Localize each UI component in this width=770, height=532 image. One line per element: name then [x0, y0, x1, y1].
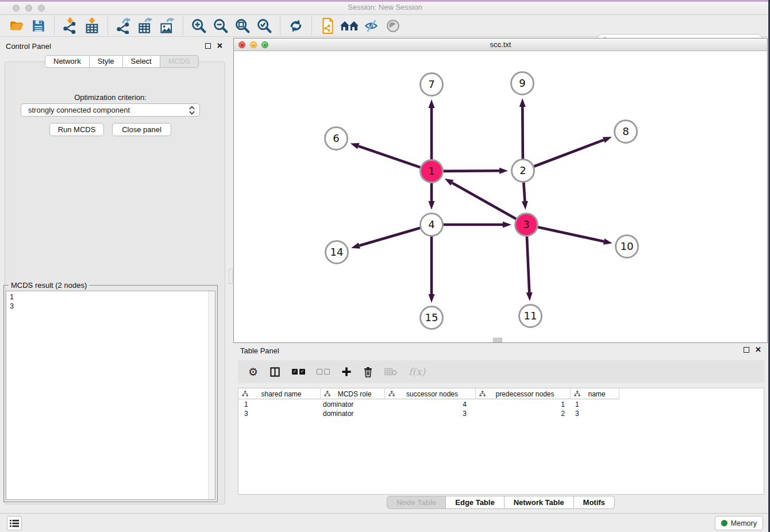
- result-scrollbar[interactable]: [208, 291, 215, 499]
- graph-node-10[interactable]: 10: [615, 234, 639, 259]
- table-panel: Table Panel ✕ ⚙ ✓✓ f(x) shared nameMCDS …: [233, 343, 768, 511]
- import-network-icon[interactable]: [60, 17, 80, 35]
- criterion-value: strongly connected component: [28, 106, 189, 114]
- table-tabs: Node TableEdge TableNetwork TableMotifs: [233, 496, 768, 509]
- window-close-button[interactable]: [13, 5, 20, 11]
- graph-node-4[interactable]: 4: [419, 213, 444, 237]
- graph-node-14[interactable]: 14: [325, 240, 349, 264]
- tab-mcds[interactable]: MCDS: [160, 55, 199, 68]
- table-cell[interactable]: 3: [571, 409, 619, 418]
- show-columns-icon[interactable]: [270, 367, 280, 377]
- network-window-title: scc.txt: [234, 38, 767, 51]
- export-image-icon[interactable]: [157, 17, 177, 35]
- network-from-file-icon[interactable]: [318, 17, 337, 35]
- optimization-criterion-label: Optimization criterion:: [0, 93, 221, 102]
- network-canvas[interactable]: 7968124314101511: [234, 51, 767, 342]
- zoom-fit-icon[interactable]: [233, 17, 252, 35]
- float-panel-icon[interactable]: [205, 43, 211, 49]
- zoom-out-icon[interactable]: [211, 17, 230, 35]
- network-maximize-icon[interactable]: +: [261, 41, 268, 48]
- tab-style[interactable]: Style: [90, 55, 123, 68]
- graph-node-15[interactable]: 15: [419, 306, 444, 330]
- save-session-icon[interactable]: [29, 17, 48, 35]
- tab-motifs[interactable]: Motifs: [574, 496, 615, 509]
- sort-hierarchy-icon: [388, 391, 395, 397]
- graph-node-8[interactable]: 8: [614, 119, 638, 144]
- table-settings-icon[interactable]: ⚙: [248, 367, 258, 377]
- table-cell[interactable]: 3: [238, 409, 321, 418]
- table-cell[interactable]: 4: [385, 400, 476, 409]
- run-mcds-button[interactable]: Run MCDS: [49, 123, 104, 136]
- hide-panels-icon[interactable]: [361, 17, 381, 35]
- select-all-icon[interactable]: ✓✓: [292, 369, 305, 375]
- memory-label: Memory: [731, 519, 757, 527]
- sort-hierarchy-icon: [574, 391, 580, 397]
- mcds-result-list[interactable]: 13: [6, 291, 215, 500]
- close-panel-icon[interactable]: ✕: [217, 43, 223, 49]
- network-minimize-icon[interactable]: −: [250, 41, 257, 48]
- float-table-panel-icon[interactable]: [744, 347, 749, 353]
- sort-hierarchy-icon: [324, 391, 330, 397]
- graph-node-3[interactable]: 3: [514, 213, 538, 237]
- close-table-panel-icon[interactable]: ✕: [755, 346, 761, 353]
- column-header-name[interactable]: name: [571, 388, 619, 399]
- graph-node-2[interactable]: 2: [511, 159, 535, 183]
- table-cell[interactable]: 2: [476, 409, 571, 418]
- table-header-row: shared nameMCDS rolesuccessor nodesprede…: [238, 388, 619, 399]
- delete-row-icon[interactable]: [363, 367, 373, 377]
- import-table-icon[interactable]: [82, 17, 102, 35]
- horizontal-splitter-handle[interactable]: [493, 338, 502, 342]
- window-titlebar: Session: New Session: [0, 0, 770, 15]
- table-cell[interactable]: dominator: [321, 409, 385, 418]
- apply-function-icon: f(x): [409, 366, 425, 377]
- tab-edge-table[interactable]: Edge Table: [446, 496, 504, 509]
- column-header-MCDS-role[interactable]: MCDS role: [321, 388, 385, 399]
- table-cell[interactable]: 1: [238, 400, 321, 409]
- window-title: Session: New Session: [0, 0, 770, 15]
- add-row-icon[interactable]: [341, 367, 352, 377]
- toolbar-separator: [107, 17, 108, 35]
- table-row[interactable]: 3dominator323: [238, 409, 619, 418]
- table-row[interactable]: 1dominator411: [238, 400, 619, 409]
- vertical-splitter-handle[interactable]: [229, 269, 233, 284]
- graph-node-6[interactable]: 6: [324, 126, 348, 151]
- dropdown-stepper-icon: [189, 106, 195, 115]
- deselect-all-icon[interactable]: [317, 369, 330, 375]
- table-cell[interactable]: 1: [476, 400, 571, 409]
- network-close-icon[interactable]: ✕: [238, 41, 245, 48]
- graph-node-9[interactable]: 9: [510, 71, 534, 95]
- column-header-predecessor-nodes[interactable]: predecessor nodes: [476, 388, 571, 399]
- tab-node-table[interactable]: Node Table: [387, 496, 446, 509]
- tab-network-table[interactable]: Network Table: [505, 496, 574, 509]
- table-cell[interactable]: dominator: [321, 400, 385, 409]
- memory-button[interactable]: Memory: [715, 516, 763, 530]
- zoom-in-icon[interactable]: [189, 17, 209, 35]
- column-header-shared-name[interactable]: shared name: [238, 388, 321, 399]
- window-zoom-button[interactable]: [38, 5, 45, 11]
- table-cell[interactable]: 3: [385, 409, 476, 418]
- sort-hierarchy-icon: [479, 391, 486, 397]
- zoom-selected-icon[interactable]: [255, 17, 274, 35]
- column-header-successor-nodes[interactable]: successor nodes: [385, 388, 476, 399]
- graph-node-1[interactable]: 1: [419, 159, 444, 183]
- criterion-dropdown[interactable]: strongly connected component: [21, 103, 200, 117]
- main-toolbar: [0, 15, 770, 37]
- graph-node-11[interactable]: 11: [518, 304, 542, 328]
- desktop-edge-top: [0, 0, 770, 2]
- open-session-icon[interactable]: [7, 17, 26, 35]
- home-icon[interactable]: [340, 17, 359, 35]
- toolbar-separator: [280, 17, 280, 35]
- tab-select[interactable]: Select: [123, 55, 160, 68]
- graph-node-7[interactable]: 7: [419, 72, 444, 97]
- network-window-titlebar[interactable]: ✕ − + scc.txt: [234, 38, 767, 51]
- close-panel-button[interactable]: Close panel: [112, 123, 171, 136]
- refresh-network-icon[interactable]: [286, 17, 306, 35]
- export-table-icon[interactable]: [136, 17, 155, 35]
- table-cell[interactable]: 1: [571, 400, 619, 409]
- list-icon: [10, 519, 19, 527]
- tab-network[interactable]: Network: [45, 55, 90, 68]
- preview-disabled-icon: [383, 17, 403, 35]
- window-minimize-button[interactable]: [25, 5, 32, 11]
- export-network-icon[interactable]: [114, 17, 133, 35]
- task-history-button[interactable]: [7, 516, 22, 530]
